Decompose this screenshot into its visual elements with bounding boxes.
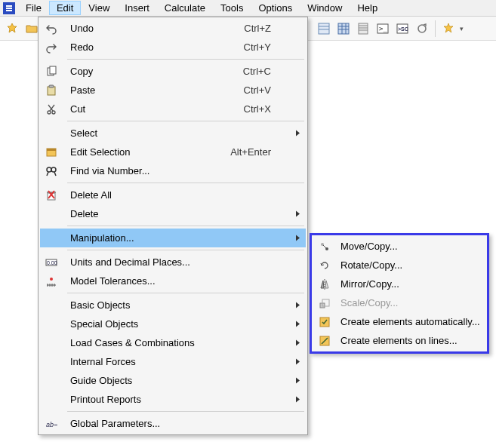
mirror-copy-icon [313,278,336,290]
menubar-item-file[interactable]: File [18,1,49,15]
menu-item-label: Delete [63,208,292,219]
svg-point-25 [48,111,51,114]
copy-icon [40,66,63,78]
svg-rect-4 [319,23,329,34]
svg-rect-1 [6,5,12,7]
menu-item-undo[interactable]: UndoCtrl+Z [40,19,306,38]
menu-item-paste[interactable]: PasteCtrl+V [40,81,306,100]
global-params-icon: ab= [40,418,63,430]
toolbar-new[interactable] [3,20,21,38]
submenu-item-rotate-copy[interactable]: Rotate/Copy... [313,256,485,275]
menu-item-copy[interactable]: CopyCtrl+C [40,62,306,81]
svg-text:0.00: 0.00 [47,260,57,265]
menu-item-label: Paste [63,84,244,96]
menu-item-delete-all[interactable]: Delete All [40,186,306,204]
menu-item-units-and-decimal-places[interactable]: 0.00Units and Decimal Places... [40,253,306,272]
menubar-item-edit[interactable]: Edit [49,1,81,15]
submenu-arrow-icon [295,318,301,330]
submenu-item-create-elements-on-lines[interactable]: Create elements on lines... [313,331,485,350]
svg-line-35 [54,172,56,176]
menu-item-label: Find via Number... [63,165,292,176]
menu-item-global-parameters[interactable]: ab=Global Parameters... [40,414,306,433]
menu-item-label: Load Cases & Combinations [63,337,292,348]
menu-separator [67,293,304,293]
menu-item-label: Internal Forces [63,356,292,367]
units-icon: 0.00 [40,256,63,268]
menu-item-internal-forces[interactable]: Internal Forces [40,352,306,371]
menu-item-cut[interactable]: CutCtrl+X [40,100,306,118]
menu-separator [67,411,304,412]
svg-point-20 [418,25,426,32]
menu-item-label: Global Parameters... [63,418,292,429]
menu-separator [67,59,304,60]
menu-item-delete[interactable]: Delete [40,204,306,223]
menubar-item-options[interactable]: Options [251,1,300,15]
menu-item-label: Select [63,127,292,139]
menu-item-label: Delete All [63,189,292,201]
menu-item-label: Undo [63,23,244,34]
menu-item-label: Special Objects [63,318,292,330]
menu-item-label: Cut [63,103,244,115]
toolbar-separator [435,20,436,37]
menu-item-label: Manipulation... [63,232,292,244]
menubar-item-view[interactable]: View [81,1,117,15]
menubar-item-help[interactable]: Help [350,1,385,15]
toolbar-terminal[interactable]: >_ [374,20,392,38]
menu-item-guide-objects[interactable]: Guide Objects [40,371,306,390]
menubar-item-insert[interactable]: Insert [117,1,157,15]
submenu-item-move-copy[interactable]: Move/Copy... [313,237,485,256]
scale-copy-icon [313,297,336,309]
svg-rect-7 [338,23,349,34]
submenu-item-mirror-copy[interactable]: Mirror/Copy... [313,275,485,293]
menu-item-label: Basic Objects [63,299,292,311]
redo-icon [40,41,63,54]
menu-item-label: Edit Selection [63,146,230,158]
svg-rect-23 [48,87,55,95]
toolbar-grid2[interactable] [334,20,353,38]
move-copy-icon [313,241,336,253]
menu-item-special-objects[interactable]: Special Objects [40,315,306,333]
toolbar-star[interactable] [439,20,457,38]
menu-item-basic-objects[interactable]: Basic Objects [40,296,306,315]
rotate-copy-icon [313,259,336,272]
menu-item-shortcut: Ctrl+V [244,84,292,96]
menu-item-select[interactable]: Select [40,124,306,143]
menu-item-printout-reports[interactable]: Printout Reports [40,390,306,409]
menu-item-label: Copy [63,66,243,77]
menu-item-model-tolerances[interactable]: Model Tolerances... [40,272,306,290]
menu-item-shortcut: Ctrl+Y [244,41,292,53]
menubar-item-calculate[interactable]: Calculate [157,1,213,15]
toolbar-refresh[interactable] [413,20,431,38]
submenu-arrow-icon [295,299,301,311]
submenu-item-create-elements-automatically[interactable]: Create elements automatically... [313,312,485,331]
submenu-arrow-icon [295,356,301,367]
menu-item-label: Guide Objects [63,375,292,386]
submenu-arrow-icon [295,232,301,244]
svg-point-47 [50,278,53,281]
menu-item-manipulation[interactable]: Manipulation... [40,229,306,247]
svg-rect-30 [47,149,56,151]
toolbar-grid1[interactable] [315,20,333,38]
menu-item-redo[interactable]: RedoCtrl+Y [40,38,306,57]
svg-text:ab=: ab= [46,421,57,428]
svg-rect-22 [50,66,56,74]
menu-item-edit-selection[interactable]: Edit SelectionAlt+Enter [40,143,306,161]
menu-separator [67,121,304,121]
menubar-item-window[interactable]: Window [300,1,350,15]
toolbar-panel[interactable] [354,20,372,38]
menu-item-load-cases-combinations[interactable]: Load Cases & Combinations [40,333,306,352]
dropdown-arrow-icon[interactable]: ▾ [459,25,464,32]
menu-item-shortcut: Ctrl+C [243,66,292,77]
menubar-item-tools[interactable]: Tools [213,1,251,15]
submenu-arrow-icon [295,375,301,386]
menu-item-label: Model Tolerances... [63,275,292,287]
svg-text:>SC: >SC [398,26,408,32]
cut-icon [40,103,63,115]
menu-item-find-via-number[interactable]: Find via Number... [40,161,306,180]
submenu-item-scale-copy: Scale/Copy... [313,293,485,312]
menu-item-label: Units and Decimal Places... [63,256,292,268]
svg-rect-3 [6,10,12,11]
menu-item-shortcut: Ctrl+Z [244,23,292,34]
svg-text:>_: >_ [379,25,387,32]
toolbar-sc[interactable]: >SC [393,20,411,38]
